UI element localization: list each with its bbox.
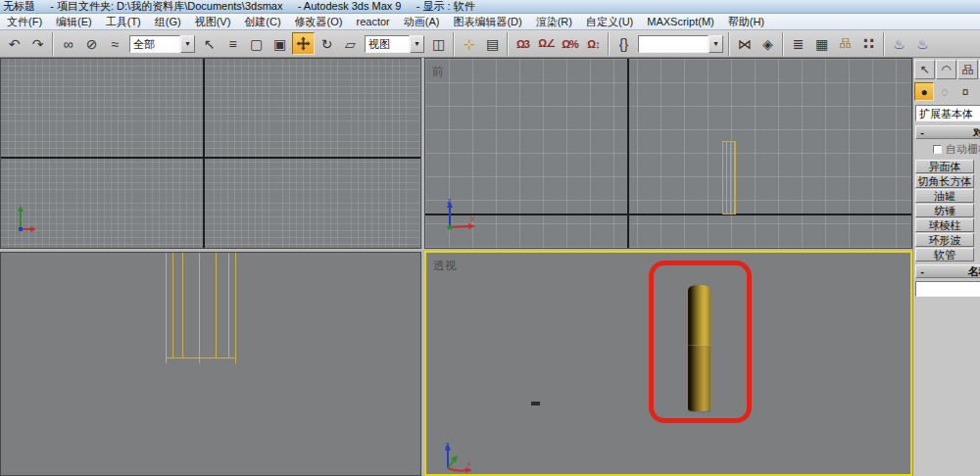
chevron-down-icon[interactable]: ▼	[709, 35, 723, 53]
menu-group[interactable]: 组(G)	[148, 14, 188, 30]
mouse-cursor	[531, 402, 540, 405]
toolbar-separator	[453, 32, 455, 56]
menu-animation[interactable]: 动画(A)	[397, 14, 447, 30]
selection-filter-value: 全部	[129, 35, 180, 53]
toolbar-separator	[608, 32, 610, 56]
select-and-link-icon[interactable]: ∞	[57, 32, 79, 55]
shapes-category-icon[interactable]: ◌	[935, 82, 955, 101]
menu-help[interactable]: 帮助(H)	[721, 14, 771, 30]
viewport-label-perspective[interactable]: 透视	[433, 258, 457, 274]
svg-text:x: x	[467, 460, 471, 467]
selection-filter-dropdown[interactable]: 全部 ▼	[129, 35, 195, 53]
viewport-perspective[interactable]: 透视 Z x	[424, 251, 912, 476]
rollout-name-color[interactable]: - 名称和颜色	[915, 264, 980, 278]
hedra-button[interactable]: 异面体	[915, 160, 974, 173]
use-center-icon[interactable]: ◫	[427, 32, 450, 55]
grid-axis-vertical	[627, 59, 629, 248]
quick-render-icon[interactable]: ♨	[911, 32, 934, 55]
menu-edit[interactable]: 编辑(E)	[49, 14, 99, 30]
menu-reactor[interactable]: reactor	[350, 14, 397, 30]
select-and-move-icon[interactable]	[292, 32, 315, 55]
align-icon[interactable]: ◈	[757, 32, 779, 55]
chamferbox-button[interactable]: 切角长方体	[915, 174, 974, 188]
grid-axis-horizontal	[425, 214, 911, 215]
create-categories: ● ◌ ¤ ◎	[913, 80, 980, 103]
edit-named-selection-sets-icon[interactable]: {}	[612, 32, 635, 55]
percent-snap-icon[interactable]: Ω%	[559, 32, 581, 55]
viewport-label-front[interactable]: 前	[432, 64, 444, 80]
geometry-subcategory-dropdown[interactable]: 扩展基本体	[915, 105, 980, 121]
menu-create[interactable]: 创建(C)	[237, 14, 287, 30]
cylinder-wireframe-zoomed[interactable]	[166, 253, 236, 358]
menu-customize[interactable]: 自定义(U)	[579, 14, 640, 30]
viewport-bottom-left[interactable]	[0, 252, 421, 476]
reference-coordinate-dropdown[interactable]: 视图 ▼	[365, 35, 424, 53]
keyboard-shortcut-override-icon[interactable]: ▤	[481, 32, 504, 55]
menu-bar: 文件(F) 编辑(E) 工具(T) 组(G) 视图(V) 创建(C) 修改器(O…	[0, 14, 980, 30]
toolbar-separator	[883, 32, 885, 56]
modify-tab-icon[interactable]: ◠	[936, 60, 956, 79]
menu-views[interactable]: 视图(V)	[188, 14, 238, 30]
named-selection-dropdown[interactable]: ▼	[638, 35, 723, 53]
viewport-front[interactable]: 前 Z X	[424, 58, 912, 249]
autogrid-checkbox[interactable]	[933, 145, 942, 154]
oiltank-button[interactable]: 油罐	[915, 189, 974, 203]
lights-category-icon[interactable]: ¤	[956, 82, 975, 101]
axis-tripod: Z X	[439, 196, 482, 237]
autogrid-label: 自动栅格	[946, 142, 980, 157]
bind-to-space-warp-icon[interactable]: ≈	[104, 32, 126, 55]
hose-button[interactable]: 软管	[915, 248, 974, 262]
ringwave-button[interactable]: 环形波	[915, 233, 974, 247]
menu-file[interactable]: 文件(F)	[0, 14, 49, 30]
layer-manager-icon[interactable]: ≣	[787, 32, 809, 55]
select-and-manipulate-icon[interactable]: ⊹	[458, 32, 480, 55]
rollout-object-type[interactable]: - 对象类型	[915, 125, 980, 139]
move-arrows-glyph	[296, 36, 311, 51]
menu-maxscript[interactable]: MAXScript(M)	[640, 14, 720, 30]
spinner-snap-icon[interactable]: Ω↕	[582, 32, 605, 55]
select-by-name-icon[interactable]: ≡	[221, 32, 244, 55]
cylinder-wireframe-front[interactable]	[722, 141, 736, 214]
chevron-down-icon[interactable]: ▼	[180, 35, 195, 53]
object-name-input[interactable]	[915, 281, 980, 297]
render-scene-icon[interactable]: ♨	[888, 32, 910, 55]
3dsmax-window: 无标题 - 项目文件夹: D:\我的资料库\Documents\3dsmax -…	[0, 0, 980, 476]
title-bar[interactable]: 无标题 - 项目文件夹: D:\我的资料库\Documents\3dsmax -…	[0, 0, 980, 14]
select-and-uniform-scale-icon[interactable]: ▱	[339, 32, 362, 55]
menu-rendering[interactable]: 渲染(R)	[529, 14, 579, 30]
redo-icon[interactable]: ↷	[26, 32, 49, 55]
snap-toggle-3d-icon[interactable]: Ω3	[512, 32, 534, 55]
gengon-button[interactable]: 球棱柱	[915, 218, 974, 232]
curve-editor-icon[interactable]: ▦	[810, 32, 833, 55]
undo-icon[interactable]: ↶	[3, 32, 25, 55]
rectangular-selection-region-icon[interactable]: ▢	[245, 32, 268, 55]
cylinder-shaded[interactable]	[688, 285, 710, 411]
angle-snap-icon[interactable]: Ω∠	[535, 32, 558, 55]
geometry-category-icon[interactable]: ●	[914, 82, 934, 101]
spindle-button[interactable]: 纺锤	[915, 204, 974, 217]
menu-modifiers[interactable]: 修改器(O)	[288, 14, 350, 30]
menu-graph-editors[interactable]: 图表编辑器(D)	[446, 14, 528, 30]
cameras-category-icon[interactable]: ◎	[976, 82, 980, 101]
material-editor-icon[interactable]: ∷	[858, 32, 880, 55]
chevron-down-icon[interactable]: ▼	[410, 35, 424, 53]
select-and-rotate-icon[interactable]: ↻	[316, 32, 338, 55]
grid-axis-vertical	[203, 59, 205, 248]
viewport-top-left[interactable]	[0, 58, 421, 249]
command-panel: ↖ ◠ 品 ◉ ● ◌ ¤ ◎ 扩展基本体 - 对象类型 自动栅格	[912, 58, 980, 476]
svg-text:X: X	[470, 215, 475, 222]
toolbar-separator	[52, 32, 54, 56]
grid-axis-horizontal	[1, 157, 420, 159]
hierarchy-tab-icon[interactable]: 品	[957, 60, 978, 79]
axis-tripod: Z x	[438, 441, 481, 476]
select-object-icon[interactable]: ↖	[198, 32, 220, 55]
toolbar-separator	[507, 32, 509, 56]
named-selection-value	[638, 35, 709, 53]
schematic-view-icon[interactable]: 品	[834, 32, 857, 55]
create-tab-icon[interactable]: ↖	[914, 60, 935, 79]
window-crossing-icon[interactable]: ▣	[269, 32, 291, 55]
unlink-selection-icon[interactable]: ⊘	[80, 32, 103, 55]
menu-tools[interactable]: 工具(T)	[99, 14, 148, 30]
autogrid-checkbox-row: 自动栅格	[913, 141, 980, 159]
mirror-icon[interactable]: ⋈	[733, 32, 756, 55]
